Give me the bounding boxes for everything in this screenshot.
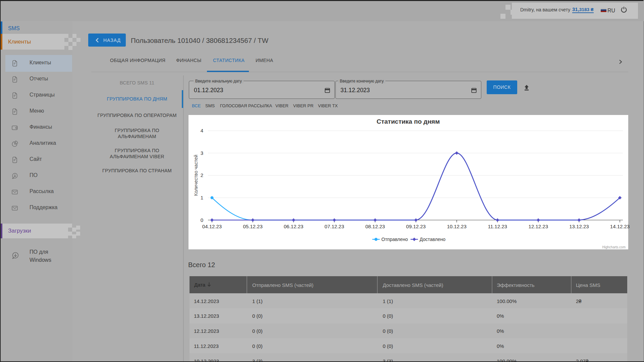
svg-text:06.12.23: 06.12.23: [284, 224, 303, 229]
svg-text:Отправлено: Отправлено: [381, 237, 408, 242]
svg-text:07.12.23: 07.12.23: [325, 224, 344, 229]
svg-text:09.12.23: 09.12.23: [406, 224, 426, 229]
svg-text:4: 4: [201, 128, 203, 133]
svg-text:Доставлено: Доставлено: [420, 237, 445, 242]
svg-text:08.12.23: 08.12.23: [365, 224, 385, 229]
svg-text:1: 1: [201, 195, 203, 200]
svg-text:05.12.23: 05.12.23: [243, 224, 262, 229]
svg-text:Количество частей: Количество частей: [193, 155, 199, 196]
svg-text:Highcharts.com: Highcharts.com: [602, 245, 626, 249]
svg-text:12.12.23: 12.12.23: [529, 224, 548, 229]
svg-text:14.12.23: 14.12.23: [610, 224, 630, 229]
svg-text:11.12.23: 11.12.23: [488, 224, 507, 229]
svg-text:3: 3: [201, 150, 203, 156]
svg-text:2: 2: [201, 172, 203, 178]
svg-text:10.12.23: 10.12.23: [447, 224, 466, 229]
svg-text:13.12.23: 13.12.23: [569, 224, 589, 229]
svg-text:0: 0: [201, 217, 203, 223]
svg-text:04.12.23: 04.12.23: [202, 224, 222, 229]
svg-text:Статистика по дням: Статистика по дням: [377, 118, 440, 125]
